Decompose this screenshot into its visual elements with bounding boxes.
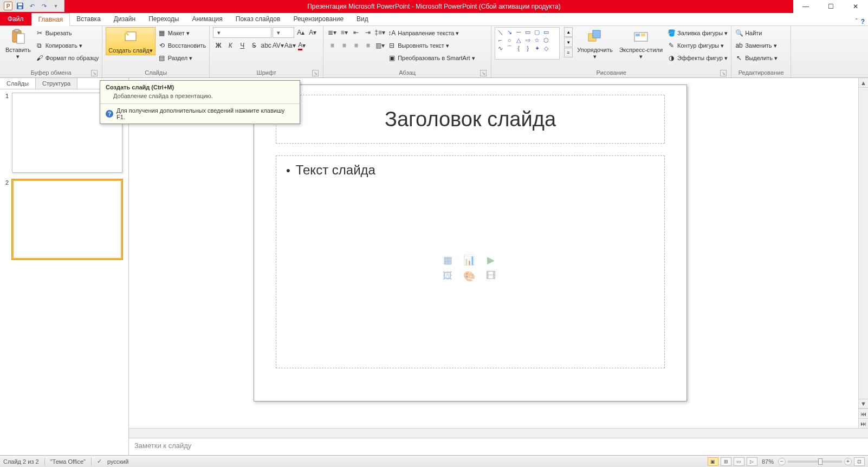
zoom-slider[interactable] [788, 460, 842, 463]
vertical-scrollbar[interactable]: ▲ ▼ ⏮ ⏭ [858, 78, 868, 428]
canvas-scroll[interactable]: Заголовок слайда •Текст слайда ▦ 📊 ▶ 🖼 🎨… [129, 78, 868, 428]
tab-animations[interactable]: Анимация [185, 12, 229, 25]
new-slide-button[interactable]: Создать слайд▾ [106, 27, 155, 55]
insert-table-icon[interactable]: ▦ [439, 253, 456, 266]
shape-fill-button[interactable]: 🪣Заливка фигуры ▾ [667, 27, 728, 39]
content-placeholder[interactable]: •Текст слайда ▦ 📊 ▶ 🖼 🎨 🎞 [276, 155, 665, 368]
clipboard-launcher[interactable]: ↘ [91, 70, 98, 76]
quick-styles-button[interactable]: Экспресс-стили▾ [617, 27, 665, 61]
shape-outline-button[interactable]: ✎Контур фигуры ▾ [667, 40, 728, 51]
tab-transitions[interactable]: Переходы [142, 12, 185, 25]
section-button[interactable]: ▤Раздел ▾ [158, 52, 206, 64]
gallery-down[interactable]: ▼ [564, 37, 573, 47]
qat-customize[interactable]: ▼ [50, 1, 61, 11]
status-language[interactable]: русский [107, 458, 128, 465]
insert-media-icon[interactable]: 🎞 [483, 269, 499, 282]
strikethrough-button[interactable]: S̶ [249, 40, 260, 51]
reading-view-button[interactable]: ▭ [734, 457, 744, 466]
gallery-more[interactable]: ≡ [564, 48, 573, 57]
fit-window-button[interactable]: ⊡ [854, 457, 865, 466]
zoom-out-button[interactable]: − [778, 458, 786, 465]
reset-button[interactable]: ⟲Восстановить [158, 40, 206, 51]
insert-chart-icon[interactable]: 📊 [461, 253, 477, 266]
font-family-combo[interactable]: ▾ [213, 27, 271, 38]
replace-icon: ab [735, 41, 743, 50]
shadow-button[interactable]: abc [261, 40, 271, 51]
sorter-view-button[interactable]: ⊞ [721, 457, 731, 466]
cut-button[interactable]: ✂Вырезать [35, 27, 99, 39]
slide-thumbnail-2[interactable] [12, 179, 122, 260]
text-direction-button[interactable]: ↕AНаправление текста ▾ [387, 27, 475, 39]
shapes-gallery[interactable]: ＼ ↘ ─ ▭ ▢ ▭ ⌐ ○ △ ⇨ ☆ ⬡ ∿ ⌒ { } ✦ ◇ [495, 27, 560, 60]
char-spacing-button[interactable]: AV▾ [273, 40, 283, 51]
underline-button[interactable]: Ч [237, 40, 248, 51]
minimize-button[interactable]: — [793, 0, 818, 13]
app-icon[interactable]: P [3, 1, 14, 11]
tab-home[interactable]: Главная [31, 13, 70, 26]
next-slide-button[interactable]: ⏭ [859, 418, 868, 428]
scroll-down-button[interactable]: ▼ [859, 399, 868, 408]
insert-smartart-icon[interactable]: ▶ [483, 253, 499, 266]
italic-button[interactable]: К [225, 40, 236, 51]
zoom-in-button[interactable]: + [844, 458, 852, 465]
increase-indent-button[interactable]: ⇥ [362, 27, 373, 38]
bold-button[interactable]: Ж [213, 40, 224, 51]
prev-slide-button[interactable]: ⏮ [859, 408, 868, 418]
scroll-up-button[interactable]: ▲ [859, 78, 868, 88]
redo-button[interactable]: ↷ [38, 1, 49, 11]
save-button[interactable] [15, 1, 25, 11]
tab-view[interactable]: Вид [350, 12, 375, 25]
align-text-button[interactable]: ⊟Выровнять текст ▾ [387, 40, 475, 51]
normal-view-button[interactable]: ▣ [708, 457, 718, 466]
undo-button[interactable]: ↶ [27, 1, 37, 11]
tab-review[interactable]: Рецензирование [287, 12, 350, 25]
format-painter-button[interactable]: 🖌Формат по образцу [35, 52, 99, 64]
bullets-button[interactable]: ≣▾ [327, 27, 338, 38]
tab-slideshow[interactable]: Показ слайдов [229, 12, 287, 25]
copy-button[interactable]: ⧉Копировать ▾ [35, 40, 99, 51]
align-center-button[interactable]: ≡ [339, 40, 349, 51]
find-button[interactable]: 🔍Найти [735, 27, 778, 39]
spellcheck-icon[interactable]: ✓ [97, 458, 102, 465]
line-spacing-button[interactable]: ‡≡▾ [374, 27, 385, 38]
numbering-button[interactable]: ≡▾ [339, 27, 349, 38]
title-placeholder[interactable]: Заголовок слайда [276, 95, 665, 144]
zoom-level[interactable]: 87% [762, 458, 774, 465]
align-left-button[interactable]: ≡ [327, 40, 338, 51]
tab-design[interactable]: Дизайн [107, 12, 142, 25]
drawing-launcher[interactable]: ↘ [720, 70, 727, 76]
replace-button[interactable]: abЗаменить ▾ [735, 40, 778, 51]
paste-button[interactable]: Вставить▾ [3, 27, 33, 61]
file-tab[interactable]: Файл [0, 12, 31, 25]
paragraph-launcher[interactable]: ↘ [480, 70, 487, 76]
slideshow-view-button[interactable]: ▷ [747, 457, 757, 466]
gallery-up[interactable]: ▲ [564, 27, 573, 37]
font-color-button[interactable]: A▾ [296, 40, 307, 51]
notes-pane[interactable]: Заметки к слайду [129, 438, 868, 455]
horizontal-scrollbar[interactable] [129, 428, 868, 438]
tab-insert[interactable]: Вставка [70, 12, 107, 25]
arrange-button[interactable]: Упорядочить▾ [575, 27, 614, 61]
shrink-font-button[interactable]: A▾ [307, 27, 318, 38]
columns-button[interactable]: ▥▾ [374, 40, 385, 51]
decrease-indent-button[interactable]: ⇤ [351, 27, 361, 38]
ribbon-minimize-icon[interactable]: ˆ [856, 18, 858, 25]
select-button[interactable]: ↖Выделить ▾ [735, 52, 778, 64]
shape-effects-button[interactable]: ◑Эффекты фигур ▾ [667, 52, 728, 64]
help-icon[interactable]: ? [861, 18, 865, 25]
font-size-combo[interactable]: ▾ [273, 27, 294, 38]
close-button[interactable]: ✕ [843, 0, 868, 13]
justify-button[interactable]: ≡ [362, 40, 373, 51]
panel-tab-outline[interactable]: Структура [36, 78, 77, 89]
insert-clipart-icon[interactable]: 🎨 [461, 269, 477, 282]
align-right-button[interactable]: ≡ [351, 40, 361, 51]
layout-button[interactable]: ▦Макет ▾ [158, 27, 206, 39]
slide[interactable]: Заголовок слайда •Текст слайда ▦ 📊 ▶ 🖼 🎨… [254, 85, 687, 401]
maximize-button[interactable]: ☐ [818, 0, 843, 13]
insert-picture-icon[interactable]: 🖼 [439, 269, 456, 282]
font-launcher[interactable]: ↘ [312, 70, 319, 76]
convert-smartart-button[interactable]: ▣Преобразовать в SmartArt ▾ [387, 52, 475, 64]
change-case-button[interactable]: Aa▾ [284, 40, 295, 51]
grow-font-button[interactable]: A▴ [295, 27, 306, 38]
panel-tab-slides[interactable]: Слайды [0, 78, 36, 89]
